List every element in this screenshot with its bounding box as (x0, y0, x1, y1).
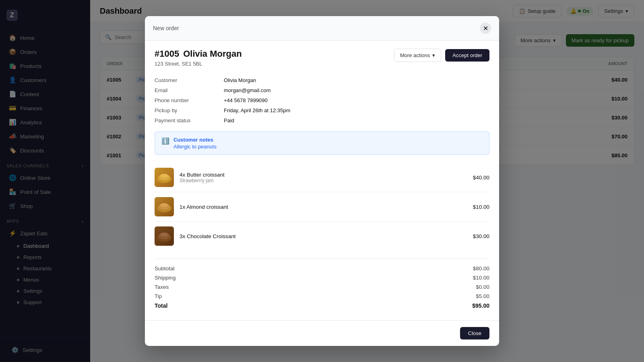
item-details: 3x Chocolate Croissant (180, 233, 467, 239)
notes-text: Allergic to peanuts (173, 144, 217, 150)
close-label: Close (468, 330, 481, 336)
tip-value: $5.00 (476, 293, 489, 299)
info-icon: ℹ️ (161, 137, 169, 145)
modal-order-address: 123 Street, SE1 5BL (155, 61, 242, 67)
item-details: 1x Almond croissant (180, 204, 467, 210)
chevron-down-icon: ▾ (432, 52, 435, 58)
item-details: 4x Butter croissant Strawberrry jam (180, 172, 467, 183)
svg-point-5 (160, 203, 168, 207)
modal-body: #1005 Olivia Morgan 123 Street, SE1 5BL … (145, 41, 499, 320)
subtotal-value: $80.00 (473, 265, 489, 272)
shipping-label: Shipping (155, 275, 176, 281)
payment-value: Paid (224, 117, 489, 123)
item-sub: Strawberrry jam (180, 178, 467, 183)
subtotal-label: Subtotal (155, 265, 175, 272)
item-image (155, 168, 174, 187)
shipping-value: $10.00 (473, 275, 489, 281)
item-name: 3x Chocolate Croissant (180, 233, 467, 239)
item-name: 1x Almond croissant (180, 204, 467, 210)
modal-footer: Close (145, 320, 499, 346)
modal-order-number: #1005 (155, 49, 179, 59)
item-price: $40.00 (473, 175, 489, 181)
modal-order-title-group: #1005 Olivia Morgan 123 Street, SE1 5BL (155, 49, 242, 75)
modal-overlay: New order ✕ #1005 Olivia Morgan 123 Stre… (0, 0, 644, 362)
taxes-row: Taxes $0.00 (155, 284, 489, 290)
email-value: morgan@gmail.com (224, 87, 489, 93)
order-info-grid: Customer Olivia Morgan Email morgan@gmai… (155, 77, 489, 123)
customer-label: Customer (155, 77, 219, 83)
item-price: $30.00 (473, 233, 489, 239)
pickup-label: Pickup by (155, 107, 219, 113)
modal-actions: More actions ▾ Accept order (394, 49, 489, 62)
order-items-list: 4x Butter croissant Strawberrry jam $40.… (155, 163, 489, 251)
modal-close-button[interactable]: ✕ (480, 23, 491, 34)
item-name: 4x Butter croissant (180, 172, 467, 178)
phone-value: +44 5678 7899090 (224, 97, 489, 103)
modal-customer-name: Olivia Morgan (183, 49, 242, 59)
order-item-row: 1x Almond croissant $10.00 (155, 192, 489, 222)
svg-point-8 (160, 232, 168, 237)
order-item-row: 3x Chocolate Croissant $30.00 (155, 222, 489, 251)
tip-label: Tip (155, 293, 162, 299)
order-item-row: 4x Butter croissant Strawberrry jam $40.… (155, 163, 489, 192)
taxes-label: Taxes (155, 284, 169, 290)
accept-order-button[interactable]: Accept order (445, 49, 489, 62)
taxes-value: $0.00 (476, 284, 489, 290)
customer-value: Olivia Morgan (224, 77, 489, 83)
notes-content: Customer notes Allergic to peanuts (173, 137, 217, 150)
tip-row: Tip $5.00 (155, 293, 489, 299)
item-image (155, 197, 174, 216)
totals-section: Subtotal $80.00 Shipping $10.00 Taxes $0… (155, 259, 489, 309)
total-row: Total $95.00 (155, 302, 489, 309)
total-label: Total (155, 302, 167, 309)
modal-header-title: New order (153, 25, 179, 31)
modal-header: New order ✕ (145, 16, 499, 41)
accept-label: Accept order (452, 52, 482, 58)
notes-title: Customer notes (173, 137, 217, 143)
modal-order-title-row: #1005 Olivia Morgan 123 Street, SE1 5BL … (155, 49, 489, 75)
subtotal-row: Subtotal $80.00 (155, 265, 489, 272)
item-price: $10.00 (473, 204, 489, 210)
order-modal: New order ✕ #1005 Olivia Morgan 123 Stre… (145, 16, 499, 346)
phone-label: Phone number (155, 97, 219, 103)
svg-point-2 (160, 174, 168, 178)
modal-more-actions-button[interactable]: More actions ▾ (394, 49, 441, 62)
shipping-row: Shipping $10.00 (155, 275, 489, 281)
close-button[interactable]: Close (460, 327, 489, 339)
customer-notes: ℹ️ Customer notes Allergic to peanuts (155, 132, 489, 155)
email-label: Email (155, 87, 219, 93)
more-actions-label: More actions (400, 52, 430, 58)
total-value: $95.00 (472, 302, 489, 309)
payment-label: Payment status (155, 117, 219, 123)
pickup-value: Friday, April 26th at 12:35pm (224, 107, 489, 113)
item-image (155, 226, 174, 246)
